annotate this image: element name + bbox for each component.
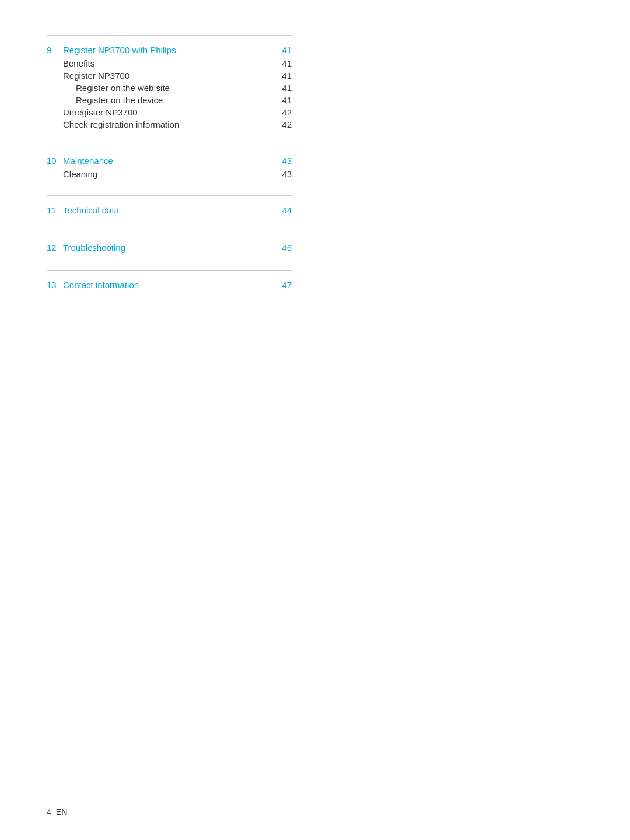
toc-heading-row-10: 10 Maintenance 43 xyxy=(47,156,292,166)
footer: 4 EN xyxy=(47,807,67,817)
section-label-13: Contact information xyxy=(63,280,278,290)
toc-heading-row-13: 13 Contact information 47 xyxy=(47,280,292,290)
section-number-13: 13 xyxy=(47,280,63,290)
toc-heading-row-9: 9 Register NP3700 with Philips 41 xyxy=(47,45,292,55)
page-content: 9 Register NP3700 with Philips 41 Benefi… xyxy=(0,0,338,342)
section-divider xyxy=(47,233,292,233)
toc-child-row: Register on the web site 41 xyxy=(76,83,292,93)
child-label: Unregister NP3700 xyxy=(63,107,278,117)
section-label-9: Register NP3700 with Philips xyxy=(63,45,278,55)
toc-child-row: Benefits 41 xyxy=(63,58,292,68)
section-label-12: Troubleshooting xyxy=(63,243,278,253)
section-page-11: 44 xyxy=(278,205,292,215)
toc-section-10: 10 Maintenance 43 Cleaning 43 xyxy=(47,146,292,191)
child-page: 41 xyxy=(278,71,292,80)
child-page: 41 xyxy=(278,83,292,93)
child-page: 43 xyxy=(278,169,292,179)
toc-child-row: Check registration information 42 xyxy=(63,120,292,130)
footer-page-number: 4 xyxy=(47,807,51,817)
footer-language: EN xyxy=(56,807,67,817)
child-label: Benefits xyxy=(63,58,278,68)
toc-heading-row-12: 12 Troubleshooting 46 xyxy=(47,243,292,253)
child-label: Cleaning xyxy=(63,169,278,179)
child-label: Register NP3700 xyxy=(63,71,278,80)
section-divider xyxy=(47,146,292,146)
section-number-9: 9 xyxy=(47,45,63,55)
child-label: Check registration information xyxy=(63,120,278,130)
child-label: Register on the web site xyxy=(76,83,278,93)
section-page-10: 43 xyxy=(278,156,292,166)
toc-child-row: Unregister NP3700 42 xyxy=(63,107,292,117)
toc-child-row: Register on the device 41 xyxy=(76,95,292,105)
section-divider xyxy=(47,195,292,196)
section-page-13: 47 xyxy=(278,280,292,290)
section-number-10: 10 xyxy=(47,156,63,166)
toc-heading-row-11: 11 Technical data 44 xyxy=(47,205,292,215)
section-divider xyxy=(47,35,292,36)
toc-section-13: 13 Contact information 47 xyxy=(47,270,292,303)
toc-child-row: Cleaning 43 xyxy=(63,169,292,179)
section-number-12: 12 xyxy=(47,243,63,253)
section-page-12: 46 xyxy=(278,243,292,253)
section-label-11: Technical data xyxy=(63,205,278,215)
toc-section-11: 11 Technical data 44 xyxy=(47,195,292,228)
section-number-11: 11 xyxy=(47,205,63,215)
section-page-9: 41 xyxy=(278,45,292,55)
child-page: 42 xyxy=(278,107,292,117)
child-label: Register on the device xyxy=(76,95,278,105)
toc-child-row: Register NP3700 41 xyxy=(63,71,292,80)
child-page: 42 xyxy=(278,120,292,130)
child-page: 41 xyxy=(278,58,292,68)
toc-section-12: 12 Troubleshooting 46 xyxy=(47,233,292,265)
toc-section-9: 9 Register NP3700 with Philips 41 Benefi… xyxy=(47,35,292,141)
section-divider xyxy=(47,270,292,271)
section-label-10: Maintenance xyxy=(63,156,278,166)
child-page: 41 xyxy=(278,95,292,105)
